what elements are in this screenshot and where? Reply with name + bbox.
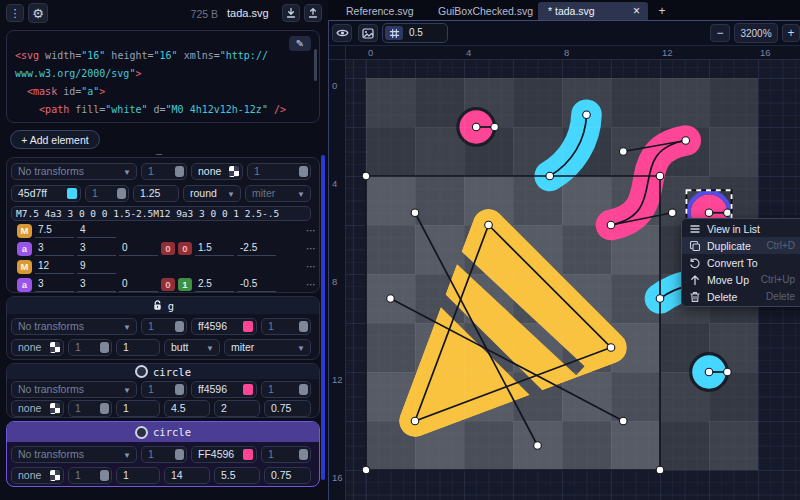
zoom-out-button[interactable]: − [710, 24, 730, 42]
arc-flag-toggle[interactable]: 0 [178, 242, 192, 255]
stroke-color-swatch[interactable] [67, 188, 77, 199]
visibility-button[interactable] [332, 24, 352, 42]
slider-knob[interactable] [100, 403, 109, 414]
group-linecap-select[interactable]: butt▼ [164, 339, 220, 356]
background-image-button[interactable] [358, 24, 378, 42]
slider-knob[interactable] [100, 342, 109, 353]
code-editor[interactable]: ✎ <svg width="16" height="16" xmlns="htt… [6, 30, 320, 123]
path-linecap-select[interactable]: round▼ [183, 185, 241, 202]
control-point[interactable] [411, 209, 419, 217]
path-command-row[interactable]: a330001.5-2.5⋯ [17, 241, 317, 256]
command-value-field[interactable]: 7.5 [35, 224, 74, 238]
transparent-swatch[interactable] [50, 470, 60, 481]
transparent-swatch[interactable] [50, 342, 60, 353]
slider-knob[interactable] [175, 321, 184, 332]
circle-r-input[interactable]: 0.75 [264, 400, 311, 417]
group-stroke-width-input[interactable]: 1 [116, 339, 160, 356]
fill-color-swatch[interactable] [243, 384, 253, 395]
menu-item-convert-to[interactable]: Convert To [682, 254, 800, 271]
circle-fill-opacity-slider[interactable]: 1 [261, 446, 311, 463]
path-stroke-width-input[interactable]: 1.25 [133, 185, 179, 202]
circle-transforms-select[interactable]: No transforms▼ [11, 381, 137, 398]
slider-knob[interactable] [117, 188, 126, 199]
slider-knob[interactable] [175, 166, 184, 177]
slider-knob[interactable] [299, 449, 308, 460]
control-point[interactable] [546, 172, 554, 180]
circle-opacity-slider[interactable]: 1 [141, 381, 187, 398]
command-value-field[interactable]: 0 [119, 242, 158, 256]
add-element-button[interactable]: + Add element [10, 130, 100, 149]
command-value-field[interactable]: 0 [119, 278, 158, 292]
path-opacity-slider[interactable]: 1 [141, 163, 187, 180]
command-row-menu[interactable]: ⋯ [306, 225, 317, 236]
circle-stroke-opacity-slider[interactable]: 1 [68, 400, 112, 417]
circle-stroke-width-input[interactable]: 1 [116, 467, 160, 484]
control-point[interactable] [485, 221, 493, 229]
group-panel-header[interactable]: g [7, 297, 319, 314]
circle-cy-input[interactable]: 2 [214, 400, 260, 417]
arc-flag-toggle[interactable]: 1 [178, 278, 192, 291]
tab-reference[interactable]: Reference.svg [336, 2, 424, 20]
command-value-field[interactable]: -0.5 [237, 278, 276, 292]
control-point[interactable] [534, 442, 542, 450]
control-point[interactable] [387, 295, 395, 303]
menu-item-delete[interactable]: Delete Delete [682, 288, 800, 305]
tab-tada-active[interactable]: * tada.svg × [538, 2, 648, 20]
control-point[interactable] [619, 148, 627, 156]
control-point[interactable] [682, 137, 690, 145]
control-point[interactable] [705, 368, 713, 376]
command-value-field[interactable]: 3 [35, 278, 74, 292]
command-value-field[interactable]: -2.5 [237, 242, 276, 256]
slider-knob[interactable] [299, 384, 308, 395]
control-point[interactable] [724, 209, 732, 217]
path-command-row[interactable]: M129⋯ [17, 259, 317, 274]
circle-stroke-opacity-slider[interactable]: 1 [68, 467, 112, 484]
kebab-menu-button[interactable]: ⋮ [6, 4, 24, 22]
path-command-row[interactable]: a330012.5-0.5⋯ [17, 277, 317, 292]
circle-cx-input[interactable]: 4.5 [164, 400, 210, 417]
download-button[interactable] [282, 4, 300, 22]
arc-flag-toggle[interactable]: 0 [161, 278, 175, 291]
grid-size-input[interactable]: 0.5 [409, 27, 423, 38]
control-point[interactable] [668, 209, 676, 217]
circle-opacity-slider[interactable]: 1 [141, 446, 187, 463]
circle-cy-input[interactable]: 5.5 [214, 467, 260, 484]
circle-fill-color-field[interactable]: ff4596 [191, 381, 257, 398]
command-value-field[interactable]: 3 [77, 242, 116, 256]
control-point[interactable] [656, 466, 664, 474]
control-point[interactable] [607, 221, 615, 229]
path-command-row[interactable]: M7.54⋯ [17, 223, 317, 238]
tab-guiboxchecked[interactable]: GuiBoxChecked.svg [428, 2, 543, 20]
path-linejoin-select[interactable]: miter▼ [245, 185, 311, 202]
settings-button[interactable]: ⚙ [28, 3, 48, 23]
close-icon[interactable]: × [633, 4, 640, 18]
code-scrollbar[interactable] [314, 49, 317, 81]
new-tab-button[interactable]: + [654, 3, 670, 19]
fill-color-swatch[interactable] [243, 321, 253, 332]
circle-cx-input[interactable]: 14 [164, 467, 210, 484]
command-value-field[interactable]: 4 [77, 224, 116, 238]
group-stroke-control[interactable]: none [11, 339, 64, 356]
zoom-in-button[interactable]: + [782, 24, 800, 42]
circle-transforms-select[interactable]: No transforms▼ [11, 446, 137, 463]
transparent-swatch[interactable] [229, 166, 239, 177]
command-value-field[interactable]: 12 [35, 260, 74, 274]
circle-stroke-width-input[interactable]: 1 [116, 400, 160, 417]
slider-knob[interactable] [175, 449, 184, 460]
slider-knob[interactable] [299, 166, 308, 177]
command-value-field[interactable]: 1.5 [195, 242, 234, 256]
grid-toggle-button[interactable] [385, 26, 403, 40]
path-fill-opacity-slider[interactable]: 1 [247, 163, 311, 180]
slider-knob[interactable] [299, 321, 308, 332]
slider-knob[interactable] [100, 470, 109, 481]
control-point[interactable] [472, 123, 480, 131]
command-value-field[interactable]: 2.5 [195, 278, 234, 292]
path-stroke-color-field[interactable]: 45d7ff [11, 185, 81, 202]
command-value-field[interactable]: 3 [77, 278, 116, 292]
circle-stroke-control[interactable]: none [11, 400, 64, 417]
circle-panel-header[interactable]: circle [7, 422, 319, 442]
sidebar-scrollbar[interactable] [321, 155, 325, 480]
circle-r-input[interactable]: 0.75 [264, 467, 311, 484]
circle-panel-header[interactable]: circle [7, 364, 319, 379]
menu-item-view-in-list[interactable]: View in List [682, 220, 800, 237]
